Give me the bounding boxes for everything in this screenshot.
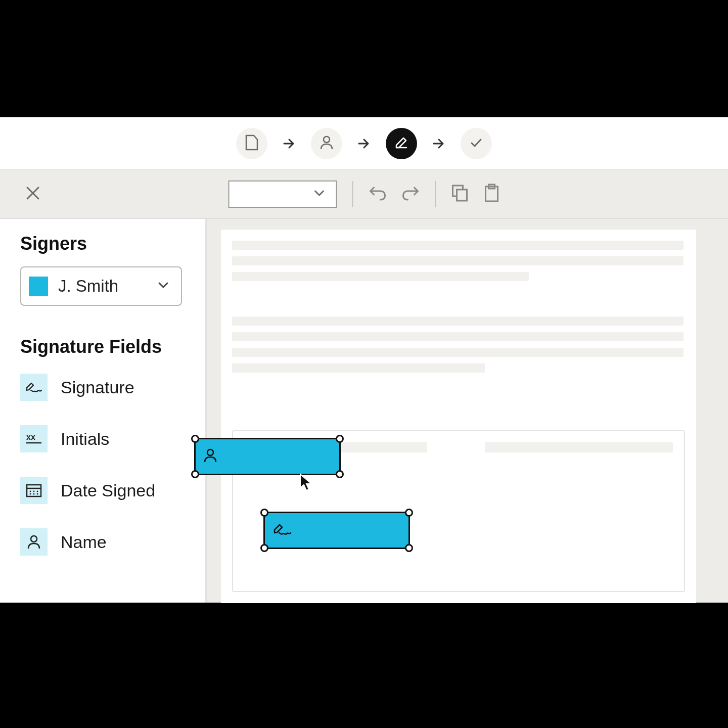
field-label: Initials [61,429,109,449]
resize-handle[interactable] [260,544,268,552]
svg-text:xx: xx [26,433,35,441]
svg-point-0 [324,136,330,143]
arrow-right-icon [431,136,446,151]
svg-rect-5 [27,485,41,496]
initials-icon: xx [20,425,48,452]
undo-button[interactable] [369,185,387,203]
field-list: Signature xx Initials [20,374,185,556]
redo-button[interactable] [402,185,420,203]
signer-select[interactable]: J. Smith [20,266,182,306]
svg-point-8 [37,491,38,492]
resize-handle[interactable] [336,470,344,478]
arrow-right-icon [282,136,297,151]
field-label: Date Signed [61,481,155,500]
placed-field-name[interactable] [194,438,341,475]
copy-icon [451,184,469,204]
field-label: Name [61,532,107,552]
text-placeholder [485,442,673,452]
step-nav [0,117,728,169]
person-icon [20,528,48,556]
step-signer[interactable] [311,128,342,159]
person-icon [203,447,218,466]
close-icon [24,185,41,204]
svg-point-12 [31,536,37,542]
arrow-right-icon [356,136,372,151]
resize-handle[interactable] [405,509,413,517]
main: Signers J. Smith Signature Fields [0,219,728,603]
check-icon [469,135,483,152]
svg-rect-1 [457,190,467,201]
step-document[interactable] [236,128,267,159]
resize-handle[interactable] [191,470,199,478]
svg-point-6 [30,491,31,492]
fields-title: Signature Fields [20,336,185,357]
resize-handle[interactable] [336,435,344,443]
resize-handle[interactable] [191,435,199,443]
sidebar: Signers J. Smith Signature Fields [0,219,207,603]
chevron-down-icon [313,187,326,202]
text-placeholder [232,316,684,326]
text-placeholder [232,332,684,341]
placed-field-signature[interactable] [263,512,410,549]
svg-point-10 [33,493,35,495]
resize-handle[interactable] [405,544,413,552]
step-confirm[interactable] [461,128,492,159]
step-edit[interactable] [386,128,417,159]
field-signature[interactable]: Signature [20,374,185,401]
chevron-down-icon [157,279,170,294]
text-placeholder [232,272,529,281]
field-date-signed[interactable]: Date Signed [20,477,185,504]
svg-point-13 [207,449,213,456]
toolbar [0,169,728,219]
text-placeholder [232,241,684,250]
paste-button[interactable] [484,184,500,205]
signer-color-swatch [29,277,48,296]
svg-point-9 [30,493,31,495]
document[interactable] [221,229,696,603]
text-placeholder [232,256,684,265]
text-placeholder [232,348,684,357]
close-button[interactable] [24,185,41,204]
field-initials[interactable]: xx Initials [20,425,185,452]
canvas[interactable] [207,219,728,603]
cursor-icon [299,473,314,495]
field-name[interactable]: Name [20,528,185,556]
calendar-icon [20,477,48,504]
svg-point-7 [33,491,35,492]
undo-icon [369,185,387,203]
copy-button[interactable] [451,184,469,204]
signers-title: Signers [20,233,185,254]
resize-handle[interactable] [260,509,268,517]
app-frame: Signers J. Smith Signature Fields [0,117,728,603]
signer-name: J. Smith [58,277,147,296]
signature-icon [272,522,292,539]
person-icon [320,135,334,152]
clipboard-icon [484,184,500,205]
redo-icon [402,185,420,203]
edit-icon [394,135,408,152]
separator [435,181,436,207]
toolbar-select[interactable] [229,180,337,208]
text-placeholder [232,363,485,373]
signature-icon [20,374,48,401]
separator [352,181,353,207]
document-icon [245,134,258,153]
field-label: Signature [61,378,134,397]
svg-point-11 [37,493,38,495]
